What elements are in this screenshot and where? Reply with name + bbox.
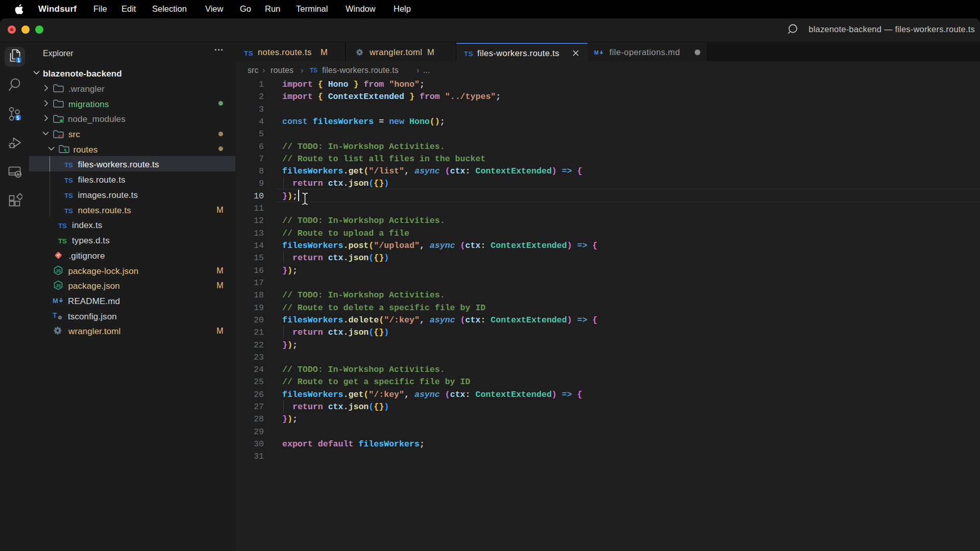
- svg-text:JS: JS: [56, 268, 61, 273]
- svg-text:</>: </>: [58, 134, 64, 138]
- svg-text:M: M: [594, 49, 599, 56]
- svg-text:JS: JS: [56, 283, 61, 288]
- svg-text:T: T: [53, 311, 57, 319]
- svg-text:M: M: [53, 296, 58, 304]
